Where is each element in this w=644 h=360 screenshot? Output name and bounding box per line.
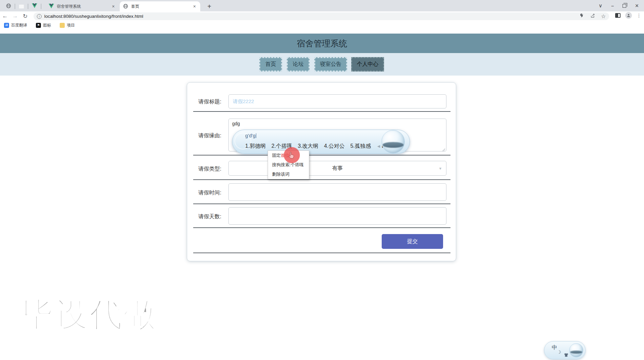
divider xyxy=(193,253,450,253)
bookmark-baidu-translate[interactable]: 译 百度翻译 xyxy=(4,22,27,28)
forward-icon[interactable]: → xyxy=(10,13,20,19)
globe-icon xyxy=(6,3,11,10)
pinned-tab-vue[interactable] xyxy=(29,2,40,11)
bookmark-label: 图标 xyxy=(43,22,51,28)
bookmark-project[interactable]: 项目 xyxy=(60,22,75,28)
profile-avatar[interactable] xyxy=(625,12,632,19)
tab-title: 首页 xyxy=(131,4,192,9)
tab-separator xyxy=(28,4,28,9)
globe-icon xyxy=(123,4,128,9)
leave-time-label: 请假时间: xyxy=(194,189,221,196)
back-icon[interactable]: ← xyxy=(0,13,10,19)
submit-button[interactable]: 提交 xyxy=(382,234,443,249)
nav-item-forum[interactable]: 论坛 xyxy=(287,57,310,72)
divider xyxy=(193,179,450,180)
blank-page-icon xyxy=(19,4,24,9)
textarea-resize-handle[interactable] xyxy=(442,148,445,151)
site-header: 宿舍管理系统 xyxy=(0,34,644,53)
minimize-icon[interactable]: − xyxy=(611,3,614,9)
browser-toolbar: ← → ↻ i localhost:8080/susheguanlixitong… xyxy=(0,11,644,21)
water-drop-decoration xyxy=(569,343,583,357)
chevron-down-icon: ▾ xyxy=(439,166,441,171)
close-icon[interactable]: × xyxy=(635,2,639,9)
leave-days-label: 请假天数: xyxy=(194,213,221,220)
divider xyxy=(193,155,450,155)
address-bar[interactable]: i localhost:8080/susheguanlixitong/front… xyxy=(34,12,609,20)
menu-item-pin-first[interactable]: 固定首位 xyxy=(268,151,309,160)
leave-days-input[interactable] xyxy=(228,207,446,225)
watermark-text: 毕设代做 xyxy=(21,293,158,337)
ime-candidate-5[interactable]: 5.孤独感 xyxy=(350,143,371,150)
nav-item-dorm-notice[interactable]: 寝室公告 xyxy=(314,57,347,72)
address-bar-actions: ☆ xyxy=(580,13,606,20)
sogou-ime-statusbar[interactable]: 中 ☽ xyxy=(544,341,586,359)
reload-icon[interactable]: ↻ xyxy=(20,13,30,20)
site-nav: 首页 论坛 寝室公告 个人中心 xyxy=(0,53,644,76)
bookmark-icons[interactable]: ⚑ 图标 xyxy=(36,22,51,28)
translate-icon: 译 xyxy=(4,23,9,28)
tab-title: 宿舍管理系统 xyxy=(57,4,111,9)
leave-type-label: 请假类型: xyxy=(194,166,221,173)
nav-item-home[interactable]: 首页 xyxy=(259,57,282,72)
ime-candidate-3[interactable]: 3.改大纲 xyxy=(298,143,318,150)
menu-item-sogou-search[interactable]: 搜狗搜索:个搭嘎 xyxy=(268,160,309,170)
browser-titlebar: 宿舍管理系统 × 首页 × + ∨ − × xyxy=(0,0,644,11)
leave-type-select[interactable]: 有事 ▾ xyxy=(228,161,446,176)
tab-search-chevron-icon[interactable]: ∨ xyxy=(599,3,602,9)
vue-logo-icon xyxy=(32,3,37,9)
tab-close-icon[interactable]: × xyxy=(111,4,116,9)
bookmark-label: 项目 xyxy=(67,22,75,28)
flag-icon: ⚑ xyxy=(36,23,41,28)
moon-icon[interactable]: ☽ xyxy=(557,350,561,355)
leave-time-input[interactable] xyxy=(228,183,446,201)
skin-tshirt-icon[interactable] xyxy=(564,352,569,358)
sogou-ime-popup: g'd'g 1.郭德纲 2.个搭嘎 3.改大纲 4.公对公 5.孤独感 ◀ ▶ xyxy=(232,130,410,154)
tab-close-icon[interactable]: × xyxy=(192,4,197,9)
ime-candidate-2[interactable]: 2.个搭嘎 xyxy=(271,143,292,150)
tab-home[interactable]: 首页 × xyxy=(120,1,200,11)
water-drop-decoration xyxy=(381,130,405,153)
vue-logo-icon xyxy=(49,4,54,9)
ime-candidate-1[interactable]: 1.郭德纲 xyxy=(245,143,266,150)
pinned-tab-blank[interactable] xyxy=(16,2,27,11)
nav-item-personal-center[interactable]: 个人中心 xyxy=(351,57,384,72)
ime-context-menu: 固定首位 搜狗搜索:个搭嘎 删除该词 xyxy=(268,150,309,179)
divider xyxy=(193,111,450,112)
leave-type-value: 有事 xyxy=(332,165,343,172)
pinned-tab-globe[interactable] xyxy=(3,2,14,11)
pinned-tabs xyxy=(3,1,42,11)
page-info-icon[interactable]: i xyxy=(37,14,42,19)
divider xyxy=(193,204,450,204)
menu-item-text: 固定 xyxy=(272,152,281,159)
password-key-icon[interactable] xyxy=(580,13,585,20)
tab-separator xyxy=(15,4,15,9)
browser-menu-icon[interactable]: ⋮ xyxy=(637,13,641,18)
bookmark-star-icon[interactable]: ☆ xyxy=(601,13,606,19)
leave-reason-label: 请假缘由: xyxy=(194,132,221,139)
tab-dorm-system[interactable]: 宿舍管理系统 × xyxy=(45,1,119,11)
leave-title-input[interactable] xyxy=(228,94,446,108)
side-panel-icon[interactable] xyxy=(615,13,621,18)
ime-candidates: 1.郭德纲 2.个搭嘎 3.改大纲 4.公对公 5.孤独感 ◀ ▶ xyxy=(245,143,385,150)
site-title: 宿舍管理系统 xyxy=(297,38,347,49)
tab-separator xyxy=(41,4,41,9)
page-prev-icon[interactable]: ◀ xyxy=(377,144,380,148)
bookmark-label: 百度翻译 xyxy=(11,22,27,28)
menu-item-delete-word[interactable]: 删除该词 xyxy=(268,170,309,179)
share-icon[interactable] xyxy=(590,13,596,20)
toolbar-right: ⋮ xyxy=(615,12,641,19)
new-tab-button[interactable]: + xyxy=(205,3,213,11)
leave-request-form: 请假标题: 请假缘由: gdg 请假类型: 有事 ▾ 请假时间: 请假天数: 提… xyxy=(187,82,456,261)
restore-icon[interactable] xyxy=(623,4,626,8)
divider xyxy=(193,227,450,228)
window-controls: ∨ − × xyxy=(599,0,642,11)
text-caret xyxy=(256,133,256,138)
menu-item-text-highlight: 首位 xyxy=(281,152,289,159)
leave-title-label: 请假标题: xyxy=(194,98,221,105)
url-text[interactable]: localhost:8080/susheguanlixitong/front/i… xyxy=(44,14,580,19)
ime-composition: g'd'g xyxy=(245,133,256,138)
bookmarks-bar: 译 百度翻译 ⚑ 图标 项目 xyxy=(0,21,644,30)
ime-candidate-4[interactable]: 4.公对公 xyxy=(324,143,344,150)
ime-mode-chinese[interactable]: 中 xyxy=(552,344,557,351)
folder-icon xyxy=(60,23,65,28)
